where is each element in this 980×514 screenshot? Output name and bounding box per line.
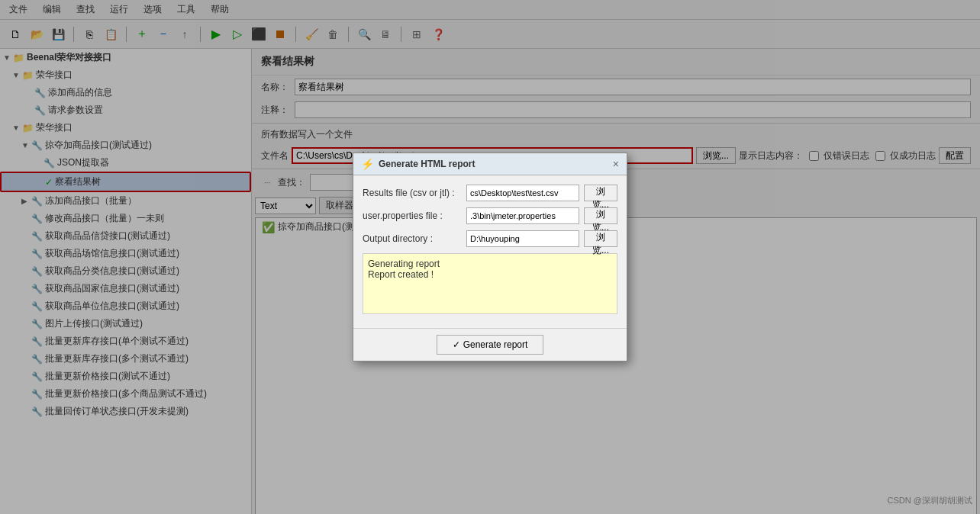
modal-body: Results file (csv or jtl) : 浏览... user.p… [353,175,627,328]
results-file-label: Results file (csv or jtl) : [363,188,462,198]
modal-output-area: Generating report Report created ! [363,253,617,314]
generate-report-btn[interactable]: ✓ Generate report [437,335,544,355]
watermark: CSDN @深圳胡胡测试 [888,495,972,506]
user-properties-label: user.properties file : [363,210,462,221]
modal-title-text: Generate HTML report [379,159,475,169]
output-dir-row: Output directory : 浏览... [363,230,617,247]
results-file-row: Results file (csv or jtl) : 浏览... [363,185,617,201]
output-dir-label: Output directory : [363,233,462,244]
output-dir-input[interactable] [466,230,579,247]
output-dir-browse-btn[interactable]: 浏览... [584,230,617,247]
results-file-input[interactable] [466,185,579,201]
modal-title: ⚡ Generate HTML report [361,158,475,170]
generate-icon: ✓ [453,339,460,350]
modal-title-icon: ⚡ [361,158,374,170]
user-properties-row: user.properties file : 浏览... [363,207,617,224]
generate-html-report-modal: ⚡ Generate HTML report × Results file (c… [353,153,627,361]
user-properties-input[interactable] [466,207,579,224]
generate-label: Generate report [463,339,528,350]
user-properties-browse-btn[interactable]: 浏览... [584,207,617,224]
modal-header: ⚡ Generate HTML report × [353,153,627,175]
modal-overlay[interactable]: ⚡ Generate HTML report × Results file (c… [0,0,980,514]
modal-footer: ✓ Generate report [353,328,627,361]
output-line-2: Report created ! [368,269,612,280]
output-line-1: Generating report [368,259,612,269]
results-browse-btn[interactable]: 浏览... [584,185,617,201]
modal-close-btn[interactable]: × [613,158,619,170]
